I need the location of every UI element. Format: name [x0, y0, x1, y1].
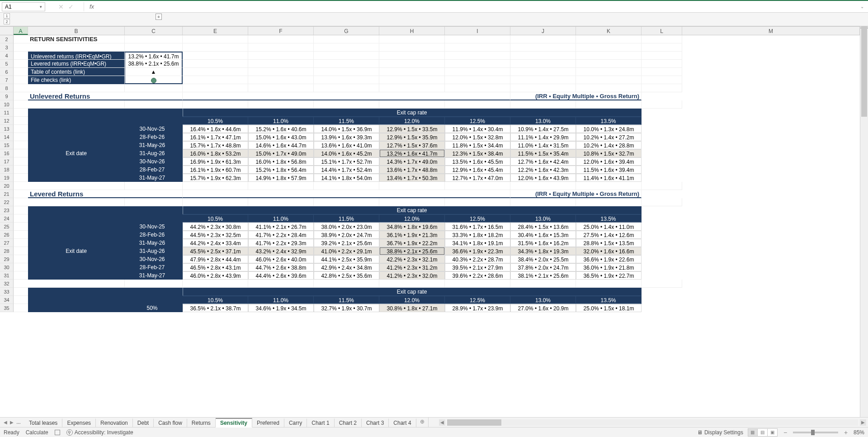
tab-nav-prev-icon[interactable]: ◀ [4, 420, 7, 425]
row-header[interactable]: 31 [0, 271, 14, 280]
name-box[interactable]: A1 ▾ [2, 2, 45, 11]
view-page-break-icon[interactable]: ▣ [768, 428, 778, 437]
col-header-K[interactable]: K [576, 27, 642, 35]
row-header[interactable]: 22 [0, 198, 14, 206]
row-header[interactable]: 18 [0, 166, 14, 174]
exit-date-value: 30-Nov-26 [125, 157, 183, 166]
col-header-H[interactable]: H [379, 27, 445, 35]
row-header[interactable]: 27 [0, 239, 14, 247]
col-header-A[interactable]: A [14, 27, 28, 35]
row-header[interactable]: 35 [0, 304, 14, 312]
row-header[interactable]: 30 [0, 263, 14, 271]
sheet-tab-cash-flow[interactable]: Cash flow [154, 418, 187, 427]
zoom-level[interactable]: 85% [854, 429, 864, 436]
row-header[interactable]: 3 [0, 43, 14, 52]
col-header-L[interactable]: L [642, 27, 682, 35]
sheet-tab-chart-1[interactable]: Chart 1 [307, 418, 334, 427]
row-header[interactable]: 10 [0, 100, 14, 109]
outline-level-2[interactable]: 2 [4, 19, 10, 24]
hscroll-right-icon[interactable]: ▶ [860, 419, 866, 426]
col-header-B[interactable]: B [28, 27, 125, 35]
zoom-out-button[interactable]: − [782, 429, 788, 436]
row-header[interactable]: 11 [0, 109, 14, 117]
row-header[interactable]: 5 [0, 60, 14, 68]
row-header[interactable]: 17 [0, 157, 14, 166]
tab-nav-next-icon[interactable]: ▶ [10, 420, 14, 425]
col-header-C[interactable]: C [125, 27, 183, 35]
row-header[interactable]: 28 [0, 247, 14, 255]
row-header[interactable]: 23 [0, 206, 14, 214]
accessibility-status[interactable]: ⚲ Accessibility: Investigate [66, 429, 133, 436]
new-sheet-button[interactable]: ⊕ [416, 418, 428, 427]
display-settings-button[interactable]: 🖥 Display Settings [697, 429, 743, 436]
col-header-J[interactable]: J [510, 27, 576, 35]
zoom-in-button[interactable]: + [843, 429, 849, 436]
col-header-G[interactable]: G [314, 27, 379, 35]
view-page-layout-icon[interactable]: ▤ [758, 428, 768, 437]
row-header[interactable]: 32 [0, 280, 14, 288]
row-header[interactable]: 2 [0, 35, 14, 43]
exit-date-value: 30-Nov-26 [125, 255, 183, 263]
hscroll-thumb[interactable] [447, 419, 501, 426]
row-header[interactable]: 26 [0, 231, 14, 239]
info-label: Unlevered returns (IRR•EqM•GR) [28, 52, 125, 60]
sheet-tab-preferred[interactable]: Preferred [252, 418, 284, 427]
row-header[interactable]: 20 [0, 182, 14, 190]
formula-expand-icon[interactable]: ⌄ [858, 4, 866, 9]
sheet-tab-chart-2[interactable]: Chart 2 [335, 418, 362, 427]
outline-expand-button[interactable]: + [156, 14, 162, 20]
sheet-tab-sensitivity[interactable]: Sensitivity [216, 418, 252, 428]
sheet-tab-total-leases[interactable]: Total leases [24, 418, 62, 427]
row-header[interactable]: 19 [0, 174, 14, 182]
vertical-scroll-thumb[interactable] [861, 26, 867, 117]
exit-date-value: 31-May-26 [125, 239, 183, 247]
row-header[interactable]: 13 [0, 125, 14, 133]
row-header[interactable]: 6 [0, 68, 14, 76]
horizontal-scrollbar[interactable]: ◀ ▶ [437, 418, 868, 427]
outline-level-1[interactable]: 1 [4, 13, 10, 19]
select-all-corner[interactable] [0, 27, 14, 35]
row-header[interactable]: 29 [0, 255, 14, 263]
col-header-I[interactable]: I [445, 27, 510, 35]
col-header-M[interactable]: M [682, 27, 860, 35]
row-header[interactable]: 4 [0, 52, 14, 60]
row-header[interactable]: 34 [0, 296, 14, 304]
col-header-E[interactable]: E [183, 27, 248, 35]
row-header[interactable]: 7 [0, 76, 14, 84]
formula-input[interactable] [97, 2, 855, 11]
tab-nav-more-icon[interactable]: … [16, 420, 21, 425]
row-header[interactable]: 24 [0, 214, 14, 223]
row-header[interactable]: 9 [0, 92, 14, 100]
cap-rate-header: 10.5% [183, 296, 248, 304]
sheet-tab-returns[interactable]: Returns [187, 418, 216, 427]
sheet-tab-debt[interactable]: Debt [133, 418, 154, 427]
macro-record-icon[interactable] [55, 430, 60, 435]
row-header[interactable]: 21 [0, 190, 14, 198]
row-header[interactable]: 33 [0, 288, 14, 296]
zoom-slider[interactable] [793, 432, 838, 433]
sensitivity-cell: 14.0% • 1.5x • 36.9m [314, 125, 379, 133]
hscroll-left-icon[interactable]: ◀ [439, 419, 445, 426]
spreadsheet-grid[interactable]: 2RETURN SENSITIVITIES34Unlevered returns… [0, 35, 860, 312]
sheet-tab-expenses[interactable]: Expenses [62, 418, 96, 427]
row-header[interactable]: 15 [0, 141, 14, 149]
vertical-scrollbar[interactable] [860, 26, 868, 417]
row-header[interactable]: 12 [0, 117, 14, 125]
sensitivity-cell: 13.6% • 1.7x • 48.8m [379, 166, 445, 174]
cancel-icon[interactable]: ✕ [58, 3, 64, 10]
col-header-F[interactable]: F [248, 27, 314, 35]
fx-icon[interactable]: fx [87, 3, 94, 10]
row-header[interactable]: 25 [0, 223, 14, 231]
sheet-tab-chart-3[interactable]: Chart 3 [362, 418, 389, 427]
row-header[interactable]: 16 [0, 149, 14, 157]
view-normal-icon[interactable]: ▦ [748, 428, 758, 437]
row-header[interactable]: 14 [0, 133, 14, 141]
sheet-tab-carry[interactable]: Carry [284, 418, 307, 427]
sheet-tab-renovation[interactable]: Renovation [96, 418, 133, 427]
sheet-tab-chart-4[interactable]: Chart 4 [389, 418, 416, 427]
enter-icon[interactable]: ✓ [68, 3, 74, 10]
zoom-slider-thumb[interactable] [811, 430, 815, 435]
name-box-dropdown-icon[interactable]: ▾ [40, 5, 42, 9]
sensitivity-cell: 41.1% • 2.1x • 26.7m [248, 223, 314, 231]
row-header[interactable]: 8 [0, 84, 14, 92]
